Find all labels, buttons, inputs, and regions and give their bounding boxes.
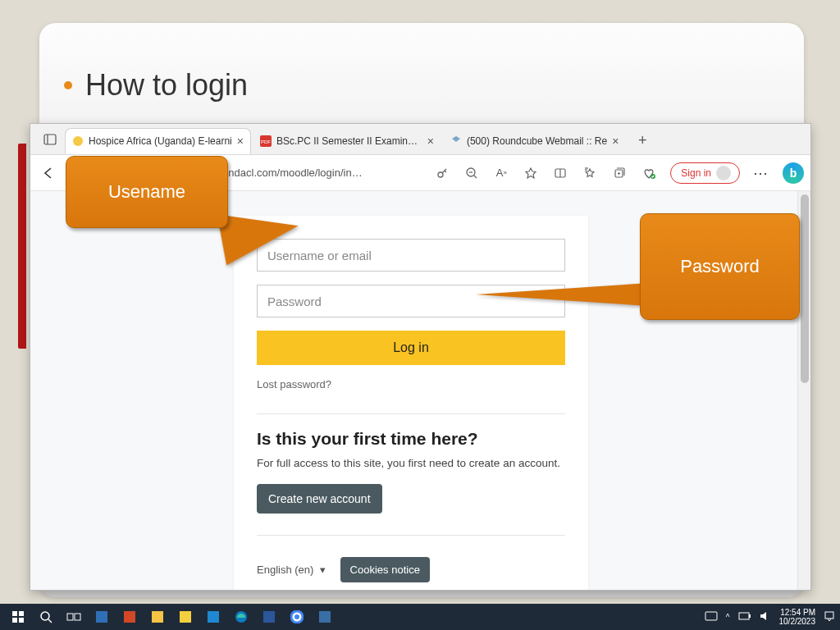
chrome-icon[interactable] [284,605,310,628]
calculator-icon[interactable] [312,605,338,628]
close-icon[interactable]: × [427,135,434,148]
tab-label: Hospice Africa (Uganda) E-learni [89,135,232,147]
svg-rect-21 [12,611,17,616]
word-icon[interactable] [256,605,282,628]
notes-icon[interactable] [172,605,199,628]
language-select[interactable]: English (en) ▾ [257,564,326,576]
tab-bsc[interactable]: PDF BSc.PC II Semester II Examination × [253,128,441,154]
login-button[interactable]: Log in [257,331,565,365]
svg-rect-41 [739,613,749,619]
callout-text: Password [680,256,760,277]
svg-text:PDF: PDF [261,139,271,144]
search-icon[interactable] [33,605,59,628]
footer-row: English (en) ▾ Cookies notice [257,557,565,582]
tab-hospice[interactable]: Hospice Africa (Uganda) E-learni × [65,128,251,154]
more-icon[interactable]: ⋯ [753,164,769,182]
svg-rect-27 [67,614,73,620]
task-view-icon[interactable] [61,605,87,628]
language-label: English (en) [257,564,313,576]
new-tab-button[interactable]: + [631,129,654,152]
signin-button[interactable]: Sign in [670,162,740,184]
time-text: 12:54 PM [779,608,816,617]
divider [257,413,565,414]
toolbar-icons: A» Sign in ⋯ b [434,162,804,184]
tab-label: (500) Roundcube Webmail :: Re [467,135,607,147]
key-icon[interactable] [434,165,450,181]
callout-text: Usename [108,181,185,203]
favicon-icon [72,135,84,147]
system-tray[interactable]: ^ 12:54 PM 10/2/2023 [705,608,835,626]
tab-actions-icon[interactable] [35,127,65,152]
slide-title-row: How to login [64,68,248,103]
svg-rect-42 [749,614,751,618]
svg-point-38 [294,614,299,619]
zoom-icon[interactable] [463,165,480,181]
favorite-icon[interactable] [523,165,539,181]
tab-label: BSc.PC II Semester II Examination [276,135,422,147]
notifications-icon[interactable] [824,610,835,623]
store-icon[interactable] [89,605,115,628]
collections-icon[interactable] [611,165,628,181]
svg-rect-30 [124,611,135,623]
avatar-icon [716,166,731,180]
svg-line-26 [48,619,52,623]
tab-strip: Hospice Africa (Uganda) E-learni × PDF B… [30,124,810,155]
callout-password: Password [640,213,800,320]
tab-roundcube[interactable]: (500) Roundcube Webmail :: Re × [443,128,626,154]
start-button[interactable] [5,605,31,628]
svg-rect-29 [96,611,107,623]
decorative-sliver [18,144,26,349]
svg-rect-23 [12,618,17,623]
svg-rect-40 [705,612,717,620]
date-text: 10/2/2023 [779,617,816,626]
svg-rect-33 [208,611,219,623]
svg-rect-28 [75,614,80,620]
svg-rect-24 [19,618,24,623]
input-indicator-icon[interactable] [705,611,718,623]
svg-rect-32 [180,611,191,623]
taskbar: ^ 12:54 PM 10/2/2023 [0,604,840,630]
split-icon[interactable] [552,165,568,181]
first-time-desc: For full access to this site, you first … [257,457,565,469]
svg-rect-39 [319,611,331,623]
favorites-bar-icon[interactable] [582,165,598,181]
lost-password-link[interactable]: Lost password? [257,378,331,390]
svg-rect-22 [19,611,24,616]
volume-icon[interactable] [760,611,771,623]
svg-rect-31 [152,611,163,623]
close-icon[interactable]: × [237,135,244,148]
edge-icon[interactable] [228,605,254,628]
back-button[interactable] [37,162,60,185]
close-icon[interactable]: × [612,135,619,148]
callout-username: Usename [66,156,228,228]
mail-icon [450,135,462,147]
svg-point-6 [73,136,83,146]
tray-chevron-icon[interactable]: ^ [726,613,730,622]
svg-rect-35 [263,611,275,623]
pdf-icon: PDF [260,135,272,147]
mail-icon[interactable] [200,605,226,628]
svg-point-25 [41,612,49,620]
svg-rect-43 [825,612,833,619]
bing-icon[interactable]: b [783,162,804,184]
cookies-button[interactable]: Cookies notice [340,557,430,582]
bullet-icon [64,81,72,89]
svg-rect-4 [44,135,56,144]
signin-label: Sign in [681,167,711,179]
battery-icon[interactable] [738,612,751,622]
svg-line-11 [474,176,477,178]
username-input[interactable] [257,239,565,272]
scroll-thumb[interactable] [801,194,809,383]
callout-tail-icon [476,283,648,306]
powerpoint-icon[interactable] [116,605,143,628]
heart-icon[interactable] [641,165,657,181]
clock[interactable]: 12:54 PM 10/2/2023 [779,608,816,626]
first-time-heading: Is this your first time here? [257,429,565,449]
url-fragment[interactable]: plandacl.com/moodle/login/in… [214,167,363,179]
explorer-icon[interactable] [144,605,171,628]
slide-title: How to login [85,68,248,103]
text-size-icon[interactable]: A» [493,165,509,181]
create-account-button[interactable]: Create new account [257,484,382,514]
divider [257,535,565,536]
